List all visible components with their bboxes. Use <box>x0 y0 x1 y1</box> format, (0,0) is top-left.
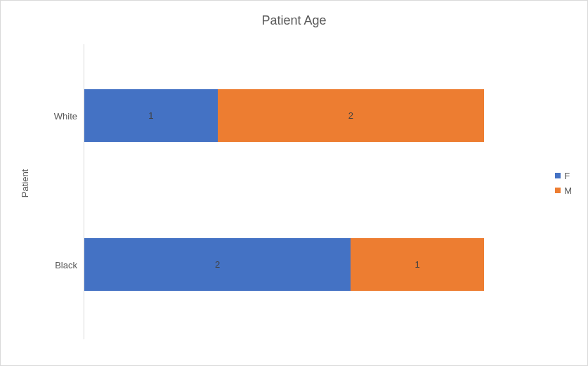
legend-swatch-m <box>555 188 561 193</box>
plot-area: White 1 2 Black 2 1 <box>84 44 484 339</box>
bar-black-f: 2 <box>84 238 351 291</box>
bar-row-white: White 1 2 <box>84 89 484 142</box>
legend-item-m: M <box>555 185 572 196</box>
legend: F M <box>555 166 572 200</box>
data-label: 1 <box>148 110 153 121</box>
bar-white-m: 2 <box>218 89 484 142</box>
chart-title: Patient Age <box>1 13 587 28</box>
category-label-black: Black <box>55 259 84 270</box>
category-label-white: White <box>54 110 84 121</box>
legend-label-m: M <box>564 185 572 196</box>
chart-container: Patient Age Patient White 1 2 Black 2 1 … <box>0 0 588 366</box>
bar-white-f: 1 <box>84 89 218 142</box>
legend-label-f: F <box>564 171 570 181</box>
data-label: 1 <box>415 259 420 270</box>
legend-item-f: F <box>555 171 572 181</box>
legend-swatch-f <box>555 173 561 178</box>
data-label: 2 <box>215 259 220 270</box>
y-axis-title: Patient <box>20 169 30 197</box>
data-label: 2 <box>348 110 353 121</box>
bar-black-m: 1 <box>351 238 484 291</box>
bar-row-black: Black 2 1 <box>84 238 484 291</box>
